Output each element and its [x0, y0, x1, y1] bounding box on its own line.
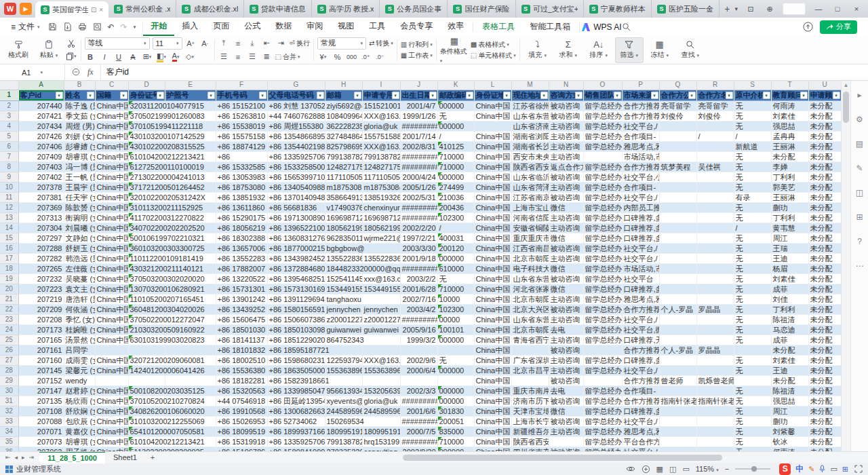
cell[interactable]: 未分配: [808, 263, 841, 273]
cell[interactable]: 130703200106280921: [128, 284, 216, 294]
cell[interactable]: 主动咨询: [549, 365, 583, 375]
cell[interactable]: 207403: [18, 162, 64, 172]
filter-dropdown-icon[interactable]: ▾: [259, 92, 267, 99]
cell[interactable]: 返点合作方: [549, 162, 583, 172]
qat-dropdown-icon[interactable]: ▾: [134, 24, 136, 30]
cell[interactable]: 未分配: [808, 385, 841, 396]
cell[interactable]: 1999/1/26: [400, 111, 437, 121]
globe-icon[interactable]: ⊕: [761, 2, 778, 16]
grid-corner[interactable]: [0, 81, 18, 90]
cell[interactable]: +86 15823918661: [267, 375, 362, 385]
cell[interactable]: 370105200210270824: [128, 396, 216, 406]
cell[interactable]: China中国: [474, 182, 511, 192]
cell[interactable]: 360481200304020026: [128, 304, 216, 314]
cell[interactable]: +86 1565399710: [267, 172, 325, 182]
row-number-29[interactable]: 29: [0, 375, 18, 385]
cell[interactable]: 留学总经办: [583, 385, 622, 396]
header-cell-R[interactable]: 合作方名▾: [696, 90, 734, 100]
header-cell-Q[interactable]: 合作方公▾: [659, 90, 696, 100]
filter-dropdown-icon[interactable]: ▾: [208, 92, 215, 99]
cell[interactable]: 10000: [437, 294, 474, 304]
cell[interactable]: XXX@163.c: [362, 355, 400, 365]
cell[interactable]: XXX@163.c: [362, 111, 400, 121]
cell[interactable]: 2002/8/20: [400, 446, 437, 451]
cell[interactable]: China中国: [474, 385, 511, 396]
cell[interactable]: [696, 141, 734, 151]
page-break-view-icon[interactable]: ◫: [669, 465, 676, 474]
cell[interactable]: 207223: [18, 284, 64, 294]
cell[interactable]: #########: [400, 212, 437, 223]
cell[interactable]: 411702200312270822: [128, 212, 216, 223]
row-number-27[interactable]: 27: [0, 355, 18, 365]
cell[interactable]: [659, 406, 696, 416]
cell[interactable]: [659, 324, 696, 335]
cell[interactable]: China中国: [474, 141, 511, 151]
cell[interactable]: 王迪: [771, 253, 808, 263]
vertical-scrollbar[interactable]: ▲: [841, 81, 850, 451]
cell[interactable]: 未分配: [808, 335, 841, 345]
cell[interactable]: 成雨雯 (女: [64, 355, 95, 365]
cell[interactable]: 留学总经办: [583, 304, 622, 314]
cell[interactable]: [511, 375, 549, 385]
cell[interactable]: 山东省济南: [511, 121, 549, 131]
cell[interactable]: China中国: [95, 273, 128, 284]
cell[interactable]: 153449155: [362, 284, 400, 294]
cell[interactable]: 合作方推荐: [622, 162, 659, 172]
cell[interactable]: 207161: [18, 345, 64, 355]
document-tab[interactable]: S成都公积金.xlsx: [176, 0, 243, 18]
cell[interactable]: 社交平台,/: [622, 416, 659, 426]
cell[interactable]: [659, 233, 696, 243]
cell[interactable]: 207409: [18, 151, 64, 162]
cell[interactable]: China中国: [95, 355, 128, 365]
cell[interactable]: 000000: [437, 385, 474, 396]
search-icon[interactable]: [622, 22, 631, 31]
cell[interactable]: 罗晶晶: [696, 304, 734, 314]
cell[interactable]: 110105200207165451: [128, 294, 216, 304]
cell[interactable]: 留学总经办: [583, 100, 622, 111]
cell[interactable]: 强思喆: [771, 121, 808, 131]
cell[interactable]: 黄嘉仪 (女: [64, 426, 95, 436]
cell[interactable]: 124827175: [362, 162, 400, 172]
cell[interactable]: 无: [734, 406, 771, 416]
row-number-17[interactable]: 17: [0, 253, 18, 263]
cell[interactable]: 244589596: [325, 406, 362, 416]
cell[interactable]: /: [734, 131, 771, 141]
minimize-button[interactable]: —: [810, 2, 827, 16]
cell[interactable]: 微信: [549, 202, 583, 212]
cell[interactable]: 207304: [18, 223, 64, 233]
cell[interactable]: [696, 273, 734, 284]
cell[interactable]: 未分配: [808, 324, 841, 335]
cell[interactable]: [400, 375, 437, 385]
cell[interactable]: +86 15538019: [216, 121, 267, 131]
row-number-28[interactable]: 28: [0, 365, 18, 375]
cell[interactable]: 152541145: [325, 273, 362, 284]
row-number-30[interactable]: 30: [0, 385, 18, 396]
cell[interactable]: 207145: [18, 365, 64, 375]
increase-font-icon[interactable]: A+: [185, 37, 197, 49]
cell[interactable]: +86 1340540988: [267, 182, 325, 192]
cell[interactable]: [165, 375, 216, 385]
cell[interactable]: 电子科技大: [511, 263, 549, 273]
cell[interactable]: China中国: [95, 365, 128, 375]
cell[interactable]: 未分配: [808, 446, 841, 451]
cell[interactable]: 广东省深圳: [511, 355, 549, 365]
cell[interactable]: 主动咨询: [549, 335, 583, 345]
cell[interactable]: +86 15606475: [216, 314, 267, 324]
cell[interactable]: China中国: [95, 304, 128, 314]
cell[interactable]: China中国: [474, 111, 511, 121]
row-number-21[interactable]: 21: [0, 294, 18, 304]
cell[interactable]: 周煜 (男): [64, 121, 95, 131]
align-top-icon[interactable]: ⤒: [218, 37, 230, 49]
cell[interactable]: #########: [400, 162, 437, 172]
cell[interactable]: 320721200209060081: [128, 355, 216, 365]
cell[interactable]: [583, 375, 622, 385]
cell[interactable]: 2003/4/2: [400, 304, 437, 314]
cell[interactable]: 王一帆 (男: [64, 172, 95, 182]
cell[interactable]: +86 刘慧 137052: [267, 100, 325, 111]
cell[interactable]: 未分配: [808, 182, 841, 192]
column-header-E[interactable]: E: [165, 81, 216, 90]
cell[interactable]: [696, 263, 734, 273]
cell[interactable]: [696, 314, 734, 324]
cell[interactable]: 799138782: [325, 436, 362, 446]
cell[interactable]: 主动咨询: [549, 355, 583, 365]
